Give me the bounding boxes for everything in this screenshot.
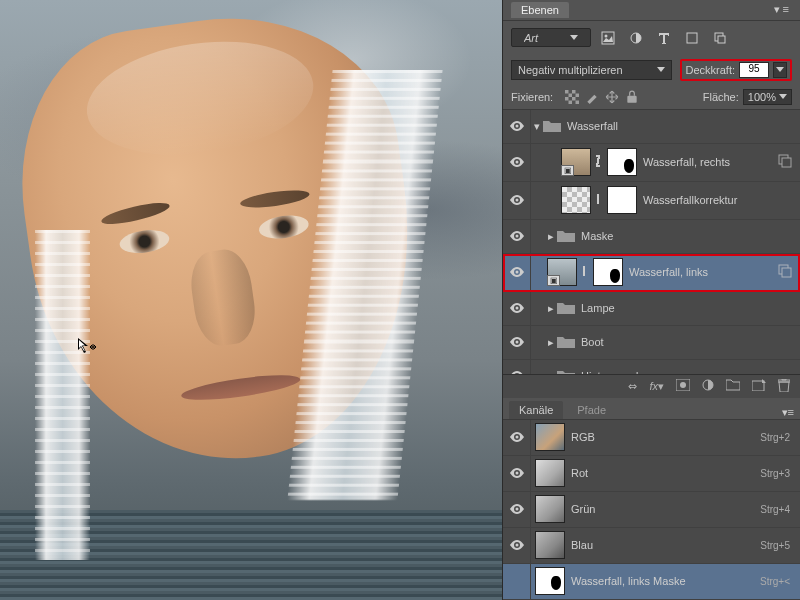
visibility-toggle[interactable] [503,292,531,325]
mask-link-icon[interactable] [591,193,605,207]
mask-thumbnail[interactable] [607,148,637,176]
layer-name[interactable]: Wasserfallkorrektur [637,194,800,206]
svg-rect-7 [565,90,579,104]
disclosure-triangle-icon[interactable]: ▸ [545,370,557,374]
svg-point-31 [515,472,518,475]
new-layer-icon[interactable] [752,379,766,393]
visibility-toggle[interactable] [503,492,531,527]
visibility-toggle[interactable] [503,254,531,291]
link-layers-icon[interactable]: ⇔ [628,380,637,393]
panel-header: Ebenen ▾≡ [503,0,800,21]
opacity-label: Deckkraft: [685,64,735,76]
layer-name[interactable]: Maske [575,230,800,242]
layer-name[interactable]: Wasserfall [561,120,800,132]
filter-input[interactable] [524,32,564,44]
document-canvas[interactable] [0,0,502,600]
layer-group-hintergrund[interactable]: ▸ Hintergrund [503,360,800,374]
disclosure-triangle-icon[interactable]: ▾ [531,120,543,133]
panel-menu-icon[interactable]: ▾≡ [774,3,792,16]
trash-icon[interactable] [778,379,790,394]
layer-name[interactable]: Boot [575,336,800,348]
fill-value[interactable]: 100% [743,89,792,105]
filter-type-icon[interactable] [653,27,675,49]
visibility-toggle[interactable] [503,144,531,181]
layer-name[interactable]: Hintergrund [575,370,800,374]
mask-icon[interactable] [676,379,690,393]
disclosure-triangle-icon[interactable]: ▸ [545,230,557,243]
channel-thumbnail [535,495,565,523]
lock-buttons [565,90,639,104]
svg-point-16 [515,199,518,202]
layer-actions-bar: ⇔ fx▾ [503,374,800,398]
filter-pixel-icon[interactable] [597,27,619,49]
channel-rgb[interactable]: RGB Strg+2 [503,420,800,456]
layer-thumbnail[interactable] [561,186,591,214]
visibility-toggle[interactable] [503,182,531,219]
layer-group-wasserfall[interactable]: ▾ Wasserfall [503,110,800,144]
channel-green[interactable]: Grün Strg+4 [503,492,800,528]
svg-point-24 [515,341,518,344]
visibility-toggle[interactable] [503,456,531,491]
channel-red[interactable]: Rot Strg+3 [503,456,800,492]
folder-icon [543,119,561,133]
disclosure-triangle-icon[interactable]: ▸ [545,302,557,315]
layer-filter-kind[interactable] [511,28,591,47]
layer-name[interactable]: Lampe [575,302,800,314]
visibility-toggle[interactable] [503,220,531,253]
svg-point-32 [515,508,518,511]
channel-thumbnail [535,459,565,487]
filter-adjust-icon[interactable] [625,27,647,49]
lock-position-icon[interactable] [605,90,619,104]
channel-mask[interactable]: Wasserfall, links Maske Strg+< [503,564,800,600]
folder-icon [557,369,575,374]
panel-tab-layers[interactable]: Ebenen [511,2,569,18]
mask-link-icon[interactable] [577,265,591,279]
mask-thumbnail[interactable] [607,186,637,214]
panel-menu-icon[interactable]: ▾≡ [782,406,794,419]
layer-group-lampe[interactable]: ▸ Lampe [503,292,800,326]
opacity-input[interactable]: 95 [739,62,769,78]
mask-link-icon[interactable] [591,155,605,169]
fill-label: Fläche: [703,91,739,103]
adjustment-icon[interactable] [702,379,714,393]
channel-name: Blau [565,539,760,551]
visibility-toggle[interactable] [503,110,531,143]
lock-pixels-icon[interactable] [585,90,599,104]
lock-all-icon[interactable] [625,90,639,104]
visibility-toggle[interactable] [503,360,531,374]
layer-thumbnail[interactable]: ▣ [547,258,577,286]
layer-wasserfallkorrektur[interactable]: Wasserfallkorrektur [503,182,800,220]
opacity-slider-toggle[interactable] [773,62,787,78]
visibility-toggle[interactable] [503,420,531,455]
layer-name[interactable]: Wasserfall, rechts [637,156,778,168]
visibility-toggle[interactable] [503,564,531,599]
fx-icon[interactable]: fx▾ [649,380,664,393]
layer-thumbnail[interactable]: ▣ [561,148,591,176]
layer-name[interactable]: Wasserfall, links [623,266,778,278]
layers-list[interactable]: ▾ Wasserfall ▣ Wasserfall, rechts Wasser… [503,110,800,374]
layer-group-maske[interactable]: ▸ Maske [503,220,800,254]
chevron-down-icon [570,35,578,40]
channel-blue[interactable]: Blau Strg+5 [503,528,800,564]
channel-shortcut: Strg+2 [760,432,790,443]
disclosure-triangle-icon[interactable]: ▸ [545,336,557,349]
visibility-toggle[interactable] [503,326,531,359]
blend-mode-select[interactable]: Negativ multiplizieren [511,60,672,80]
layer-wasserfall-links[interactable]: ▣ Wasserfall, links [503,254,800,292]
mask-thumbnail[interactable] [593,258,623,286]
layer-group-boot[interactable]: ▸ Boot [503,326,800,360]
tab-paths[interactable]: Pfade [567,401,616,419]
layer-filter-toolbar [503,21,800,55]
tab-channels[interactable]: Kanäle [509,401,563,419]
folder-icon [557,335,575,349]
filter-smart-icon[interactable] [709,27,731,49]
filter-shape-icon[interactable] [681,27,703,49]
group-icon[interactable] [726,379,740,393]
visibility-toggle[interactable] [503,528,531,563]
svg-point-18 [515,235,518,238]
svg-point-12 [515,161,518,164]
chevron-down-icon [657,67,665,72]
move-cursor-icon [78,338,96,356]
layer-wasserfall-rechts[interactable]: ▣ Wasserfall, rechts [503,144,800,182]
lock-transparency-icon[interactable] [565,90,579,104]
